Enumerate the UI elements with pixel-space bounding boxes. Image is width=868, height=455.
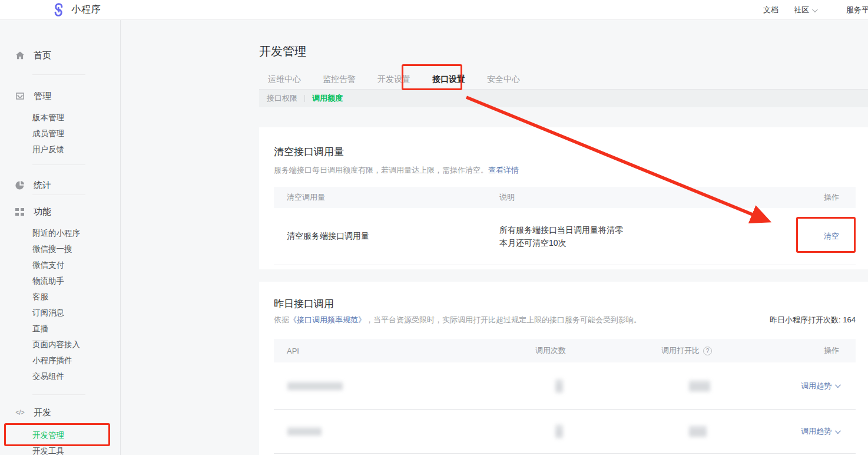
col-operation: 操作 — [824, 345, 839, 356]
redacted-api-name — [287, 427, 322, 436]
view-details-link[interactable]: 查看详情 — [488, 166, 519, 174]
sidebar-dev-list: 开发管理 开发工具 — [32, 431, 120, 455]
sidebar-item-home[interactable]: 首页 — [0, 50, 120, 61]
page: 小程序 文档 社区 服务平 首页 管理 — [0, 0, 868, 455]
pie-chart-icon — [15, 180, 25, 190]
grid-icon — [15, 207, 25, 217]
col-description: 说明 — [499, 192, 515, 203]
sidebar-manage-list: 版本管理 成员管理 用户反馈 — [32, 114, 120, 154]
topnav-docs[interactable]: 文档 — [763, 5, 778, 15]
section-title-yesterday: 昨日接口调用 — [274, 297, 334, 311]
sidebar-item-nearby[interactable]: 附近的小程序 — [32, 229, 120, 238]
sidebar-item-pay[interactable]: 微信支付 — [32, 261, 120, 269]
sidebar-divider — [32, 394, 85, 395]
sidebar-item-logistics[interactable]: 物流助手 — [32, 277, 120, 285]
subtab-call-quota[interactable]: 调用额度 — [312, 93, 343, 104]
sidebar-divider — [32, 194, 85, 195]
topnav-service[interactable]: 服务平 — [846, 5, 868, 15]
sidebar-item-dev-manage[interactable]: 开发管理 — [32, 431, 120, 440]
sidebar-item-live[interactable]: 直播 — [32, 325, 120, 333]
tab-ops-center[interactable]: 运维中心 — [268, 74, 301, 85]
subtab-api-permission[interactable]: 接口权限 — [267, 93, 297, 104]
sidebar-item-search[interactable]: 微信搜一搜 — [32, 245, 120, 253]
chevron-down-icon — [812, 6, 818, 12]
sidebar-item-version[interactable]: 版本管理 — [32, 114, 120, 122]
call-trend-link[interactable]: 调用趋势 — [801, 381, 839, 391]
col-api: API — [287, 347, 299, 355]
table-row: 清空服务端接口调用量 所有服务端接口当日调用量将清零 本月还可清空10次 清空 — [274, 208, 856, 265]
sidebar-item-dev-tools[interactable]: 开发工具 — [32, 447, 120, 455]
clear-table-header: 清空调用量 说明 操作 — [274, 187, 856, 208]
table-row: 调用趋势 — [274, 362, 856, 410]
tab-monitor-alert[interactable]: 监控告警 — [323, 74, 356, 85]
top-bar: 小程序 文档 社区 服务平 — [0, 0, 868, 20]
home-icon — [15, 51, 25, 61]
redacted-api-name — [287, 381, 343, 390]
sidebar-item-trade[interactable]: 交易组件 — [32, 372, 120, 381]
sidebar-item-members[interactable]: 成员管理 — [32, 130, 120, 138]
sidebar-item-page-content[interactable]: 页面内容接入 — [32, 341, 120, 349]
topnav-community[interactable]: 社区 — [794, 5, 816, 15]
col-operation: 操作 — [824, 192, 839, 203]
sidebar: 首页 管理 版本管理 成员管理 用户反馈 — [0, 20, 121, 455]
clear-quota-card: 清空接口调用量 服务端接口每日调用额度有限，若调用量达上限，需操作清空。查看详情… — [259, 127, 868, 269]
chevron-down-icon — [835, 382, 841, 388]
sidebar-divider — [32, 164, 85, 165]
tab-api-settings[interactable]: 接口设置 — [432, 74, 465, 85]
sidebar-item-feedback[interactable]: 用户反馈 — [32, 146, 120, 154]
redacted-call-count — [555, 379, 563, 393]
open-count-stat: 昨日小程序打开次数: 164 — [770, 315, 856, 325]
subtab-bar: 接口权限 调用额度 — [259, 90, 868, 107]
rate-spec-link[interactable]: 《接口调用频率规范》 — [289, 315, 366, 324]
tab-security-center[interactable]: 安全中心 — [487, 74, 520, 85]
sidebar-features-list: 附近的小程序 微信搜一搜 微信支付 物流助手 客服 订阅消息 直播 页面内容接入… — [32, 229, 120, 381]
sidebar-item-subscribe[interactable]: 订阅消息 — [32, 309, 120, 317]
redacted-open-ratio — [689, 380, 710, 392]
app-logo[interactable]: 小程序 — [52, 3, 101, 17]
sidebar-item-features[interactable]: 功能 — [0, 206, 120, 217]
tab-bar: 运维中心 监控告警 开发设置 接口设置 安全中心 — [268, 74, 520, 85]
miniprogram-logo-icon — [52, 3, 65, 17]
section-desc-clear: 服务端接口每日调用额度有限，若调用量达上限，需操作清空。查看详情 — [274, 165, 519, 176]
logo-text: 小程序 — [71, 4, 101, 16]
section-title-clear: 清空接口调用量 — [274, 145, 344, 159]
subtab-separator — [304, 95, 305, 102]
clear-row-name: 清空服务端接口调用量 — [287, 231, 369, 242]
tray-icon — [15, 91, 25, 101]
sidebar-divider — [32, 74, 85, 75]
page-title: 开发管理 — [259, 44, 306, 60]
redacted-open-ratio — [689, 426, 707, 437]
redacted-call-count — [555, 424, 563, 438]
col-call-count: 调用次数 — [535, 345, 566, 356]
clear-row-desc: 所有服务端接口当日调用量将清零 本月还可清空10次 — [499, 223, 623, 249]
sidebar-item-stats[interactable]: 统计 — [0, 179, 120, 191]
open-count-value: 164 — [843, 315, 856, 324]
yesterday-calls-card: 昨日接口调用 依据《接口调用频率规范》，当平台资源受限时，实际调用打开比超过规定… — [259, 282, 868, 455]
col-clear-quota: 清空调用量 — [287, 192, 325, 203]
chevron-down-icon — [835, 428, 841, 434]
sidebar-item-plugin[interactable]: 小程序插件 — [32, 357, 120, 365]
sidebar-item-manage[interactable]: 管理 — [0, 90, 120, 102]
section-desc-yesterday: 依据《接口调用频率规范》，当平台资源受限时，实际调用打开比超过规定上限的接口服务… — [274, 315, 641, 325]
table-row: 调用趋势 — [274, 410, 856, 454]
sidebar-item-dev[interactable]: </> 开发 — [0, 407, 120, 418]
clear-action-link[interactable]: 清空 — [824, 231, 839, 242]
api-table-header: API 调用次数 调用打开比 ? 操作 — [274, 339, 856, 362]
help-icon[interactable]: ? — [703, 347, 712, 355]
sidebar-item-service[interactable]: 客服 — [32, 293, 120, 301]
call-trend-link[interactable]: 调用趋势 — [801, 426, 839, 437]
col-open-ratio: 调用打开比 ? — [661, 345, 712, 356]
tab-dev-settings[interactable]: 开发设置 — [377, 74, 410, 85]
code-icon: </> — [15, 408, 25, 418]
